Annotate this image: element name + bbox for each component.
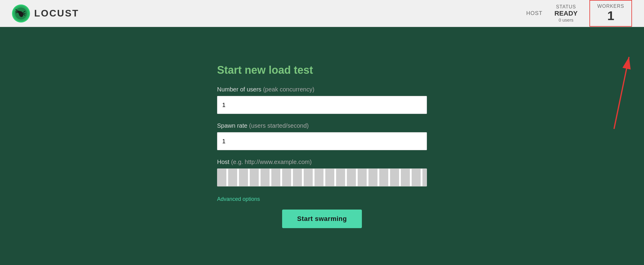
host-label: Host (e.g. http://www.example.com) bbox=[217, 159, 427, 165]
spawn-rate-label: Spawn rate (users started/second) bbox=[217, 122, 427, 129]
status-value: READY bbox=[554, 10, 577, 17]
load-test-form: Start new load test Number of users (pea… bbox=[217, 64, 427, 228]
spawn-rate-input[interactable] bbox=[217, 132, 427, 150]
host-hint: (e.g. http://www.example.com) bbox=[231, 159, 312, 165]
locust-logo-icon bbox=[12, 4, 30, 22]
users-hint: (peak concurrency) bbox=[263, 86, 314, 93]
status-block: STATUS READY 0 users bbox=[554, 4, 577, 22]
status-sub: 0 users bbox=[554, 17, 577, 22]
spawn-rate-hint: (users started/second) bbox=[249, 122, 309, 129]
app-title: LOCUST bbox=[34, 8, 79, 19]
advanced-options-link[interactable]: Advanced options bbox=[217, 196, 260, 202]
header-right: HOST STATUS READY 0 users WORKERS 1 bbox=[526, 0, 632, 26]
workers-value: 1 bbox=[597, 9, 624, 23]
logo-area: LOCUST bbox=[12, 4, 79, 22]
start-swarming-button[interactable]: Start swarming bbox=[282, 210, 362, 228]
spawn-rate-field-group: Spawn rate (users started/second) bbox=[217, 122, 427, 150]
users-label: Number of users (peak concurrency) bbox=[217, 86, 427, 93]
header: LOCUST HOST STATUS READY 0 users WORKERS… bbox=[0, 0, 644, 27]
host-input[interactable] bbox=[217, 168, 427, 186]
workers-block: WORKERS 1 bbox=[589, 0, 632, 26]
status-label: STATUS bbox=[554, 4, 577, 10]
host-field-group: Host (e.g. http://www.example.com) bbox=[217, 159, 427, 186]
users-input[interactable] bbox=[217, 96, 427, 114]
main-content: Start new load test Number of users (pea… bbox=[0, 27, 644, 265]
host-label: HOST bbox=[526, 10, 542, 16]
users-field-group: Number of users (peak concurrency) bbox=[217, 86, 427, 114]
svg-line-12 bbox=[614, 57, 629, 129]
workers-arrow-indicator bbox=[542, 51, 638, 141]
workers-label: WORKERS bbox=[597, 4, 624, 9]
form-title: Start new load test bbox=[217, 64, 427, 76]
